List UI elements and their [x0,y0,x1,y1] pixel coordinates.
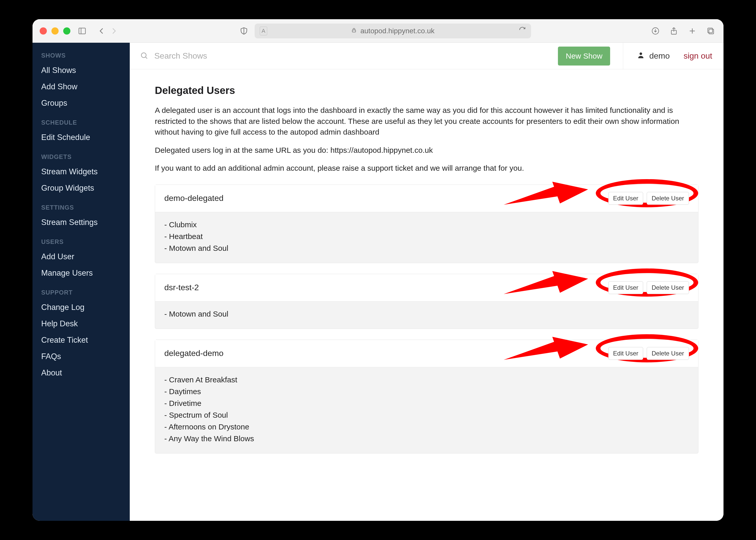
main-panel: New Show demo sign out Delegated Users A… [130,43,723,521]
delete-user-button[interactable]: Delete User [647,192,689,205]
sidebar-item-stream-settings[interactable]: Stream Settings [33,214,130,230]
close-window-button[interactable] [40,27,47,35]
edit-user-button[interactable]: Edit User [608,192,643,205]
card-body: - Craven At Breakfast- Daytimes- Driveti… [155,367,698,453]
assigned-show: - Clubmix [164,219,689,230]
nav-forward-icon[interactable] [108,25,119,37]
sidebar-item-about[interactable]: About [33,365,130,381]
sidebar-item-add-show[interactable]: Add Show [33,78,130,95]
intro-paragraph-3: If you want to add an additional admin a… [155,163,698,174]
sidebar-item-groups[interactable]: Groups [33,95,130,111]
svg-rect-0 [79,28,85,34]
search-input[interactable] [154,51,552,61]
sidebar-item-all-shows[interactable]: All Shows [33,62,130,78]
assigned-show: - Spectrum of Soul [164,409,689,421]
svg-line-10 [146,57,147,59]
edit-user-button[interactable]: Edit User [608,347,643,360]
svg-rect-2 [352,30,356,32]
share-icon[interactable] [668,25,680,37]
assigned-show: - Heartbeat [164,230,689,242]
app-body: SHOWSAll ShowsAdd ShowGroupsSCHEDULEEdit… [33,43,723,521]
reload-icon[interactable] [519,26,526,35]
card-body: - Clubmix- Heartbeat- Motown and Soul [155,212,698,263]
svg-point-9 [141,53,146,58]
assigned-show: - Afternoons on Drystone [164,421,689,433]
delegated-user-name: delegated-demo [164,348,605,358]
assigned-show: - Craven At Breakfast [164,374,689,386]
sidebar-item-stream-widgets[interactable]: Stream Widgets [33,164,130,180]
sidebar: SHOWSAll ShowsAdd ShowGroupsSCHEDULEEdit… [33,43,130,521]
sidebar-item-edit-schedule[interactable]: Edit Schedule [33,129,130,146]
new-tab-icon[interactable] [687,25,698,37]
delegated-user-card: demo-delegatedEdit UserDelete User- Club… [155,185,698,263]
svg-rect-7 [709,29,713,34]
delegated-user-card: delegated-demoEdit UserDelete User- Crav… [155,339,698,454]
sidebar-heading: SHOWS [33,51,130,62]
user-icon [637,51,645,61]
assigned-show: - Motown and Soul [164,308,689,320]
window-controls [40,27,70,35]
card-body: - Motown and Soul [155,302,698,329]
maximize-window-button[interactable] [63,27,70,35]
browser-window: A autopod.hippynet.co.uk [33,19,723,521]
delegated-user-name: demo-delegated [164,194,605,203]
privacy-shield-icon[interactable] [238,25,250,37]
downloads-icon[interactable] [650,25,661,37]
sidebar-heading: SUPPORT [33,281,130,299]
sidebar-heading: SETTINGS [33,196,130,214]
address-bar[interactable]: A autopod.hippynet.co.uk [255,24,531,38]
sidebar-item-group-widgets[interactable]: Group Widgets [33,180,130,196]
minimize-window-button[interactable] [52,27,59,35]
topbar: New Show demo sign out [130,43,723,69]
username-label: demo [649,51,670,61]
svg-rect-8 [708,28,712,33]
sign-out-link[interactable]: sign out [684,51,718,61]
sidebar-heading: WIDGETS [33,146,130,164]
card-header: delegated-demoEdit UserDelete User [155,340,698,367]
sidebar-heading: SCHEDULE [33,111,130,129]
delegated-user-name: dsr-test-2 [164,283,605,292]
sidebar-item-add-user[interactable]: Add User [33,248,130,265]
sidebar-item-faqs[interactable]: FAQs [33,348,130,365]
nav-back-icon[interactable] [96,25,107,37]
assigned-show: - Daytimes [164,386,689,397]
address-text: autopod.hippynet.co.uk [360,27,435,35]
card-header: dsr-test-2Edit UserDelete User [155,274,698,302]
intro-paragraph-1: A delegated user is an account that logs… [155,105,698,138]
new-show-button[interactable]: New Show [558,47,610,66]
sidebar-heading: USERS [33,230,130,248]
sidebar-toggle-icon[interactable] [76,25,88,37]
delete-user-button[interactable]: Delete User [647,347,689,360]
current-user[interactable]: demo [629,51,678,61]
lock-icon [351,27,357,35]
content-area: Delegated Users A delegated user is an a… [130,69,723,521]
titlebar: A autopod.hippynet.co.uk [33,19,723,43]
sidebar-item-manage-users[interactable]: Manage Users [33,265,130,281]
search-icon [140,52,148,61]
sidebar-item-create-ticket[interactable]: Create Ticket [33,332,130,348]
edit-user-button[interactable]: Edit User [608,281,643,294]
card-header: demo-delegatedEdit UserDelete User [155,185,698,212]
page-title: Delegated Users [155,85,698,96]
assigned-show: - Motown and Soul [164,242,689,254]
intro-paragraph-2: Delegated users log in at the same URL a… [155,145,698,156]
sidebar-item-change-log[interactable]: Change Log [33,299,130,316]
assigned-show: - Any Way the Wind Blows [164,433,689,445]
svg-point-11 [640,53,642,55]
tabs-overview-icon[interactable] [705,25,716,37]
sidebar-item-help-desk[interactable]: Help Desk [33,316,130,332]
text-size-icon[interactable]: A [260,27,267,35]
delegated-user-card: dsr-test-2Edit UserDelete User- Motown a… [155,274,698,329]
delete-user-button[interactable]: Delete User [647,281,689,294]
assigned-show: - Drivetime [164,397,689,409]
